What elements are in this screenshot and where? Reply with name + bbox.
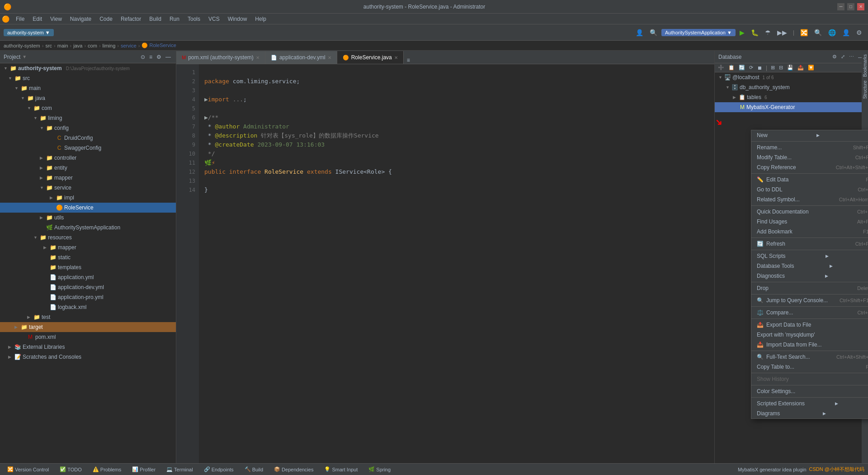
minimize-button[interactable]: ─: [837, 3, 844, 10]
code-text-area[interactable]: package com.liming.service; ▶import ...;…: [199, 64, 714, 463]
tree-item-logback[interactable]: ▶ 📄 logback.xml: [0, 302, 176, 312]
git-btn[interactable]: 🔀: [798, 28, 810, 38]
ctx-jump-console[interactable]: 🔍 Jump to Query Console... Ctrl+Shift+F1…: [751, 295, 868, 305]
tree-item-java[interactable]: ▼ 📁 java: [0, 93, 176, 103]
ctx-copy-table[interactable]: Copy Table to... F5: [751, 362, 868, 372]
side-tab-structure[interactable]: Structure: [862, 79, 868, 101]
ctx-quick-doc[interactable]: Quick Documentation Ctrl+Q: [751, 207, 868, 217]
tree-item-scratches[interactable]: ▶ 📝 Scratches and Consoles: [0, 352, 176, 362]
tree-item-res-mapper[interactable]: ▶ 📁 mapper: [0, 242, 176, 252]
tree-item-config[interactable]: ▼ 📁 config: [0, 123, 176, 133]
tree-item-external-libraries[interactable]: ▶ 📚 External Libraries: [0, 342, 176, 352]
tree-item-authority-system[interactable]: ▼ 📁 authority-system D:\JavaProject\auth…: [0, 63, 176, 73]
tree-item-entity[interactable]: ▶ 📁 entity: [0, 163, 176, 173]
db-stop-btn[interactable]: ⏹: [756, 65, 764, 71]
menu-tools[interactable]: Tools: [184, 15, 204, 23]
ctx-related-symbol[interactable]: Related Symbol... Ctrl+Alt+Home: [751, 195, 868, 204]
ctx-go-ddl[interactable]: Go to DDL Ctrl+B: [751, 185, 868, 195]
recent-files-btn[interactable]: ≡: [406, 57, 411, 64]
status-build[interactable]: 🔨 Build: [241, 464, 267, 475]
settings-btn[interactable]: ⚙: [155, 53, 163, 61]
ctx-compare[interactable]: ⚖️ Compare... Ctrl+D: [751, 308, 868, 318]
db-tree-db[interactable]: ▼ 🗄️ db_authority_system: [715, 82, 868, 92]
user-btn[interactable]: 👤: [840, 28, 852, 38]
menu-view[interactable]: View: [47, 15, 66, 23]
coverage-btn[interactable]: ☂: [763, 28, 773, 38]
menu-file[interactable]: File: [12, 15, 28, 23]
tree-item-app[interactable]: ▶ 🌿 AuthoritySystemApplication: [0, 223, 176, 233]
db-copy-btn[interactable]: 📋: [727, 64, 736, 71]
ctx-sql-scripts[interactable]: SQL Scripts ▶: [751, 251, 868, 261]
status-dependencies[interactable]: 📦 Dependencies: [270, 464, 317, 475]
debug-btn[interactable]: 🐛: [749, 28, 761, 38]
tree-item-druid[interactable]: ▶ C DruidConfig: [0, 133, 176, 143]
status-endpoints[interactable]: 🔗 Endpoints: [200, 464, 237, 475]
toolbar-search-btn[interactable]: 🔍: [647, 28, 660, 38]
menu-navigate[interactable]: Navigate: [66, 15, 95, 23]
settings-icon[interactable]: ⚙: [854, 28, 864, 38]
tree-item-mapper[interactable]: ▶ 📁 mapper: [0, 173, 176, 183]
hide-btn[interactable]: —: [164, 53, 172, 61]
db-export-btn[interactable]: 📤: [796, 64, 805, 71]
tree-item-com[interactable]: ▼ 📁 com: [0, 103, 176, 113]
tree-item-pom[interactable]: ▶ M pom.xml: [0, 332, 176, 342]
menu-code[interactable]: Code: [96, 15, 116, 23]
toolbar-project-btn[interactable]: authority-system ▼: [4, 29, 54, 36]
tree-item-static[interactable]: ▶ 📁 static: [0, 252, 176, 262]
ctx-add-bookmark[interactable]: Add Bookmark F11: [751, 227, 868, 237]
db-refresh-btn[interactable]: 🔄: [737, 64, 746, 71]
close-button[interactable]: ✕: [857, 3, 864, 10]
ctx-show-history[interactable]: Show History: [751, 374, 868, 384]
tree-item-app-yml[interactable]: ▶ 📄 application.yml: [0, 272, 176, 282]
db-schema-btn[interactable]: ⊟: [778, 64, 784, 71]
run-btn[interactable]: ▶: [737, 28, 747, 38]
more-run-btn[interactable]: ▶▶: [775, 28, 789, 38]
ctx-full-text[interactable]: 🔍 Full-Text Search... Ctrl+Alt+Shift+F: [751, 352, 868, 362]
breadcrumb-part-3[interactable]: main: [57, 43, 68, 48]
tree-item-templates[interactable]: ▶ 📁 templates: [0, 262, 176, 272]
db-filter-btn[interactable]: 🔽: [807, 64, 816, 71]
tab-pom[interactable]: M pom.xml (authority-system) ✕: [176, 51, 265, 64]
tree-item-roleservice[interactable]: ▶ 🟠 RoleService: [0, 203, 176, 213]
tree-item-app-pro-yml[interactable]: ▶ 📄 application-pro.yml: [0, 292, 176, 302]
breadcrumb-part-7[interactable]: service: [121, 43, 137, 48]
menu-refactor[interactable]: Refactor: [117, 15, 145, 23]
menu-build[interactable]: Build: [146, 15, 165, 23]
db-sql-btn[interactable]: 💾: [786, 64, 795, 71]
tab-roleservice[interactable]: 🟠 RoleService.java ✕: [337, 51, 404, 64]
status-todo[interactable]: ✅ TODO: [56, 464, 85, 475]
menu-run[interactable]: Run: [166, 15, 183, 23]
maximize-button[interactable]: □: [847, 3, 854, 10]
toolbar-profile-btn[interactable]: 👤: [633, 28, 646, 38]
tree-item-src[interactable]: ▼ 📁 src: [0, 73, 176, 83]
collapse-btn[interactable]: ≡: [148, 53, 154, 61]
breadcrumb-part-1[interactable]: authority-system: [4, 43, 40, 48]
side-tab-bookmarks[interactable]: Bookmarks: [862, 52, 868, 79]
tree-item-liming[interactable]: ▼ 📁 liming: [0, 113, 176, 123]
ctx-db-tools[interactable]: Database Tools ▶: [751, 261, 868, 271]
tree-item-swagger[interactable]: ▶ C SwaggerConfig: [0, 143, 176, 153]
ctx-edit-data[interactable]: ✏️ Edit Data F4: [751, 175, 868, 185]
ctx-drop[interactable]: Drop Delete: [751, 283, 868, 293]
status-spring[interactable]: 🌿 Spring: [365, 464, 394, 475]
db-options-btn[interactable]: ⋯: [848, 53, 855, 60]
locate-btn[interactable]: ⊙: [139, 53, 146, 61]
db-add-btn[interactable]: ➕: [717, 64, 726, 71]
db-sync-btn[interactable]: ⟳: [748, 64, 755, 71]
db-tree-localhost[interactable]: ▼ 🖥️ @localhost 1 of 6: [715, 72, 868, 82]
tree-item-test[interactable]: ▶ 📁 test: [0, 312, 176, 322]
search2-btn[interactable]: 🔍: [812, 28, 824, 38]
tree-item-service[interactable]: ▼ 📁 service: [0, 183, 176, 193]
db-expand-btn[interactable]: ⤢: [840, 53, 846, 60]
ctx-diagrams[interactable]: Diagrams ▶: [751, 408, 868, 418]
db-settings-btn[interactable]: ⚙: [831, 53, 838, 60]
ctx-modify-table[interactable]: Modify Table... Ctrl+F6: [751, 152, 868, 162]
status-problems[interactable]: ⚠️ Problems: [89, 464, 125, 475]
run-config-btn[interactable]: AuthoritySystemApplication ▼: [661, 29, 736, 36]
ctx-diagnostics[interactable]: Diagnostics ▶: [751, 271, 868, 281]
ctx-color-settings[interactable]: Color Settings...: [751, 386, 868, 396]
ctx-import-data[interactable]: 📥 Import Data from File...: [751, 340, 868, 350]
status-version-control[interactable]: 🔀 Version Control: [4, 464, 52, 475]
breadcrumb-part-8[interactable]: 🟠 RoleService: [142, 43, 176, 48]
tab-close-role[interactable]: ✕: [394, 55, 398, 60]
